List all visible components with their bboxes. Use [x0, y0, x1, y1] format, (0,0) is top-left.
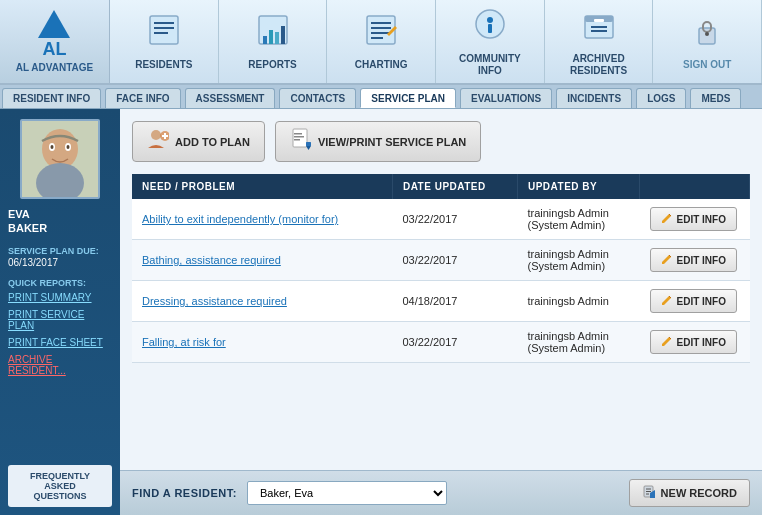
nav-item-sign-out[interactable]: SIGN OUT	[653, 0, 762, 83]
nav-item-charting[interactable]: CHARTING	[327, 0, 436, 83]
svg-rect-3	[154, 32, 168, 34]
table-row: Bathing, assistance required03/22/2017tr…	[132, 240, 750, 281]
tab-incidents[interactable]: INCIDENTS	[556, 88, 632, 108]
nav-item-reports[interactable]: REPORTS	[219, 0, 328, 83]
nav-label-community-info: COMMUNITY INFO	[459, 53, 521, 77]
main-container: EVA BAKER SERVICE PLAN DUE: 06/13/2017 Q…	[0, 109, 762, 515]
svg-rect-13	[371, 37, 383, 39]
faq-button[interactable]: FREQUENTLY ASKED QUESTIONS	[8, 465, 112, 507]
cell-date: 03/22/2017	[392, 199, 517, 240]
svg-rect-9	[367, 16, 395, 44]
logo-al: AL	[42, 40, 66, 58]
need-link[interactable]: Ability to exit independently (monitor f…	[142, 213, 338, 225]
edit-info-button[interactable]: EDIT INFO	[650, 207, 737, 231]
svg-rect-40	[294, 139, 300, 141]
edit-icon	[661, 335, 673, 349]
edit-icon	[661, 294, 673, 308]
col-updated-by: UPDATED BY	[517, 174, 639, 199]
tab-resident-info[interactable]: RESIDENT INFO	[2, 88, 101, 108]
need-link[interactable]: Bathing, assistance required	[142, 254, 281, 266]
table-row: Ability to exit independently (monitor f…	[132, 199, 750, 240]
svg-point-33	[151, 130, 161, 140]
edit-info-button[interactable]: EDIT INFO	[650, 289, 737, 313]
action-buttons: ADD TO PLAN VIEW/PRINT SERVICE PLA	[132, 121, 750, 162]
add-to-plan-button[interactable]: ADD TO PLAN	[132, 121, 265, 162]
svg-point-31	[51, 145, 54, 149]
view-print-icon	[290, 128, 312, 155]
print-summary-link[interactable]: PRINT SUMMARY	[0, 289, 120, 306]
nav-label-charting: CHARTING	[355, 59, 408, 71]
col-actions	[640, 174, 750, 199]
cell-edit: EDIT INFO	[640, 240, 750, 281]
tab-face-info[interactable]: FACE INFO	[105, 88, 180, 108]
cell-updated-by: trainingsb Admin (System Admin)	[517, 240, 639, 281]
edit-info-label: EDIT INFO	[677, 255, 726, 266]
svg-rect-38	[294, 133, 302, 135]
cell-updated-by: trainingsb Admin (System Admin)	[517, 199, 639, 240]
cell-edit: EDIT INFO	[640, 322, 750, 363]
table-row: Falling, at risk for03/22/2017trainingsb…	[132, 322, 750, 363]
svg-rect-11	[371, 27, 391, 29]
edit-info-button[interactable]: EDIT INFO	[650, 248, 737, 272]
new-record-label: NEW RECORD	[661, 487, 737, 499]
edit-info-label: EDIT INFO	[677, 214, 726, 225]
cell-date: 03/22/2017	[392, 240, 517, 281]
edit-icon	[661, 212, 673, 226]
resident-name: EVA BAKER	[0, 207, 120, 240]
print-face-sheet-link[interactable]: PRINT FACE SHEET	[0, 334, 120, 351]
nav-label-reports: REPORTS	[248, 59, 296, 71]
nav-item-community-info[interactable]: COMMUNITY INFO	[436, 0, 545, 83]
print-service-plan-link[interactable]: PRINT SERVICE PLAN	[0, 306, 120, 334]
nav-label-archived-residents: ARCHIVED RESIDENTS	[570, 53, 627, 77]
svg-point-25	[705, 32, 709, 36]
svg-point-32	[67, 145, 70, 149]
tab-logs[interactable]: LOGS	[636, 88, 686, 108]
cell-updated-by: trainingsb Admin (System Admin)	[517, 322, 639, 363]
logo-area: AL AL ADVANTAGE	[0, 0, 110, 83]
community-info-icon	[472, 6, 508, 49]
find-resident-select[interactable]: Baker, Eva	[247, 481, 447, 505]
cell-updated-by: trainingsb Admin	[517, 281, 639, 322]
add-to-plan-icon	[147, 128, 169, 155]
reports-icon	[255, 12, 291, 55]
cell-need: Ability to exit independently (monitor f…	[132, 199, 392, 240]
cell-date: 03/22/2017	[392, 322, 517, 363]
svg-rect-0	[150, 16, 178, 44]
svg-marker-42	[306, 146, 311, 150]
edit-info-label: EDIT INFO	[677, 296, 726, 307]
resident-photo	[20, 119, 100, 199]
service-plan-due-date: 06/13/2017	[0, 257, 120, 272]
content-inner: ADD TO PLAN VIEW/PRINT SERVICE PLA	[120, 109, 762, 470]
nav-item-archived-residents[interactable]: ARCHIVED RESIDENTS	[545, 0, 654, 83]
logo-triangle	[38, 10, 70, 38]
top-nav: AL AL ADVANTAGE RESIDENTS	[0, 0, 762, 85]
sidebar: EVA BAKER SERVICE PLAN DUE: 06/13/2017 Q…	[0, 109, 120, 515]
svg-rect-1	[154, 22, 174, 24]
need-link[interactable]: Falling, at risk for	[142, 336, 226, 348]
svg-rect-5	[263, 36, 267, 44]
tab-meds[interactable]: MEDS	[690, 88, 741, 108]
svg-rect-21	[591, 26, 607, 28]
svg-rect-8	[281, 26, 285, 44]
tab-contacts[interactable]: CONTACTS	[279, 88, 356, 108]
col-date: DATE UPDATED	[392, 174, 517, 199]
svg-rect-10	[371, 22, 391, 24]
tab-assessment[interactable]: ASSESSMENT	[185, 88, 276, 108]
tab-service-plan[interactable]: SERVICE PLAN	[360, 88, 456, 108]
svg-rect-39	[294, 136, 304, 138]
archive-resident-link[interactable]: ARCHIVE RESIDENT...	[0, 351, 120, 379]
edit-info-label: EDIT INFO	[677, 337, 726, 348]
edit-info-button[interactable]: EDIT INFO	[650, 330, 737, 354]
svg-point-16	[487, 17, 493, 23]
content-area: ADD TO PLAN VIEW/PRINT SERVICE PLA	[120, 109, 762, 515]
nav-item-residents[interactable]: RESIDENTS	[110, 0, 219, 83]
new-record-button[interactable]: NEW RECORD	[629, 479, 750, 507]
sign-out-icon	[689, 12, 725, 55]
find-resident-label: FIND A RESIDENT:	[132, 487, 237, 499]
tab-evaluations[interactable]: EVALUATIONS	[460, 88, 552, 108]
service-plan-due-label: SERVICE PLAN DUE:	[0, 240, 120, 257]
cell-need: Bathing, assistance required	[132, 240, 392, 281]
need-link[interactable]: Dressing, assistance required	[142, 295, 287, 307]
view-print-service-plan-button[interactable]: VIEW/PRINT SERVICE PLAN	[275, 121, 481, 162]
cell-need: Falling, at risk for	[132, 322, 392, 363]
